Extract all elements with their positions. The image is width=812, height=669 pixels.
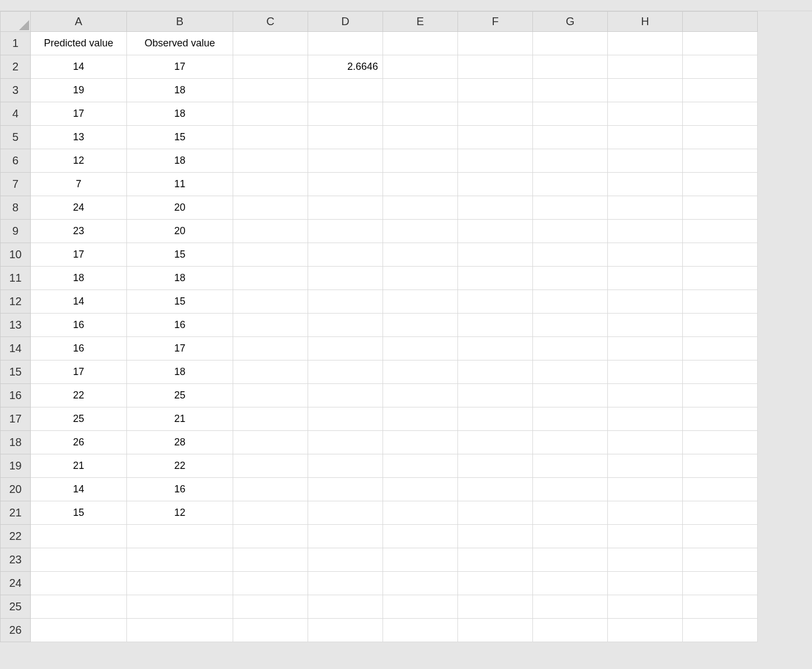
- cell-D5[interactable]: [308, 126, 383, 149]
- cell-G25[interactable]: [533, 595, 608, 619]
- col-header-A[interactable]: A: [31, 12, 127, 32]
- row-header-9[interactable]: 9: [1, 220, 31, 243]
- cell-C21[interactable]: [233, 501, 308, 525]
- cell-edge-19[interactable]: [683, 454, 758, 478]
- cell-C14[interactable]: [233, 337, 308, 360]
- cell-C17[interactable]: [233, 407, 308, 431]
- cell-G5[interactable]: [533, 126, 608, 149]
- cell-B6[interactable]: 18: [127, 149, 233, 173]
- cell-H21[interactable]: [608, 501, 683, 525]
- cell-D19[interactable]: [308, 454, 383, 478]
- cell-C2[interactable]: [233, 55, 308, 79]
- row-header-5[interactable]: 5: [1, 126, 31, 149]
- cell-F10[interactable]: [458, 243, 533, 267]
- cell-D23[interactable]: [308, 548, 383, 572]
- cell-G3[interactable]: [533, 79, 608, 102]
- cell-edge-16[interactable]: [683, 384, 758, 407]
- cell-D9[interactable]: [308, 220, 383, 243]
- cell-G2[interactable]: [533, 55, 608, 79]
- cell-G13[interactable]: [533, 314, 608, 337]
- cell-A26[interactable]: [31, 619, 127, 642]
- cell-B11[interactable]: 18: [127, 267, 233, 290]
- cell-C11[interactable]: [233, 267, 308, 290]
- cell-A13[interactable]: 16: [31, 314, 127, 337]
- select-all-corner[interactable]: [1, 12, 31, 32]
- cell-D13[interactable]: [308, 314, 383, 337]
- col-header-E[interactable]: E: [383, 12, 458, 32]
- cell-F2[interactable]: [458, 55, 533, 79]
- cell-H16[interactable]: [608, 384, 683, 407]
- cell-E13[interactable]: [383, 314, 458, 337]
- cell-A23[interactable]: [31, 548, 127, 572]
- row-header-6[interactable]: 6: [1, 149, 31, 173]
- cell-edge-7[interactable]: [683, 173, 758, 196]
- cell-F8[interactable]: [458, 196, 533, 220]
- cell-D6[interactable]: [308, 149, 383, 173]
- col-header-F[interactable]: F: [458, 12, 533, 32]
- cell-C3[interactable]: [233, 79, 308, 102]
- cell-E14[interactable]: [383, 337, 458, 360]
- cell-edge-3[interactable]: [683, 79, 758, 102]
- cell-D15[interactable]: [308, 360, 383, 384]
- cell-B22[interactable]: [127, 525, 233, 548]
- cell-B20[interactable]: 16: [127, 478, 233, 501]
- cell-F9[interactable]: [458, 220, 533, 243]
- cell-B24[interactable]: [127, 572, 233, 595]
- cell-F13[interactable]: [458, 314, 533, 337]
- cell-G7[interactable]: [533, 173, 608, 196]
- cell-B9[interactable]: 20: [127, 220, 233, 243]
- cell-H22[interactable]: [608, 525, 683, 548]
- cell-D22[interactable]: [308, 525, 383, 548]
- cell-E16[interactable]: [383, 384, 458, 407]
- cell-A15[interactable]: 17: [31, 360, 127, 384]
- cell-A24[interactable]: [31, 572, 127, 595]
- row-header-1[interactable]: 1: [1, 32, 31, 55]
- cell-C13[interactable]: [233, 314, 308, 337]
- cell-B10[interactable]: 15: [127, 243, 233, 267]
- cell-edge-10[interactable]: [683, 243, 758, 267]
- cell-G20[interactable]: [533, 478, 608, 501]
- cell-A16[interactable]: 22: [31, 384, 127, 407]
- cell-F11[interactable]: [458, 267, 533, 290]
- cell-A11[interactable]: 18: [31, 267, 127, 290]
- cell-F24[interactable]: [458, 572, 533, 595]
- cell-G12[interactable]: [533, 290, 608, 314]
- cell-E8[interactable]: [383, 196, 458, 220]
- cell-E7[interactable]: [383, 173, 458, 196]
- cell-D7[interactable]: [308, 173, 383, 196]
- cell-F14[interactable]: [458, 337, 533, 360]
- cell-C15[interactable]: [233, 360, 308, 384]
- cell-D14[interactable]: [308, 337, 383, 360]
- row-header-2[interactable]: 2: [1, 55, 31, 79]
- cell-H8[interactable]: [608, 196, 683, 220]
- cell-A19[interactable]: 21: [31, 454, 127, 478]
- cell-A17[interactable]: 25: [31, 407, 127, 431]
- cell-C4[interactable]: [233, 102, 308, 126]
- cell-D12[interactable]: [308, 290, 383, 314]
- cell-E6[interactable]: [383, 149, 458, 173]
- cell-H1[interactable]: [608, 32, 683, 55]
- cell-F1[interactable]: [458, 32, 533, 55]
- row-header-4[interactable]: 4: [1, 102, 31, 126]
- cell-E2[interactable]: [383, 55, 458, 79]
- cell-H6[interactable]: [608, 149, 683, 173]
- cell-D11[interactable]: [308, 267, 383, 290]
- cell-edge-4[interactable]: [683, 102, 758, 126]
- cell-F26[interactable]: [458, 619, 533, 642]
- cell-G10[interactable]: [533, 243, 608, 267]
- cell-D2[interactable]: 2.6646: [308, 55, 383, 79]
- row-header-8[interactable]: 8: [1, 196, 31, 220]
- cell-B14[interactable]: 17: [127, 337, 233, 360]
- cell-C5[interactable]: [233, 126, 308, 149]
- cell-edge-1[interactable]: [683, 32, 758, 55]
- col-header-G[interactable]: G: [533, 12, 608, 32]
- row-header-21[interactable]: 21: [1, 501, 31, 525]
- cell-edge-17[interactable]: [683, 407, 758, 431]
- cell-E15[interactable]: [383, 360, 458, 384]
- cell-F20[interactable]: [458, 478, 533, 501]
- cell-E3[interactable]: [383, 79, 458, 102]
- cell-G24[interactable]: [533, 572, 608, 595]
- cell-A1[interactable]: Predicted value: [31, 32, 127, 55]
- cell-G6[interactable]: [533, 149, 608, 173]
- cell-B12[interactable]: 15: [127, 290, 233, 314]
